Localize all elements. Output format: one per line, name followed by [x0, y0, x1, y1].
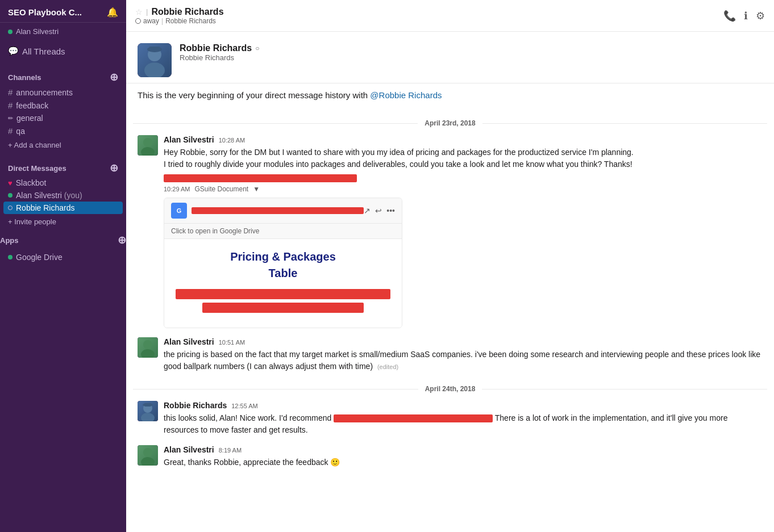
main-header: ☆ | Robbie Richards away | Robbie Richar…	[126, 0, 774, 32]
message-author-2[interactable]: Alan Silvestri	[164, 337, 214, 346]
avatar-svg	[138, 43, 172, 77]
channel-name: general	[16, 114, 43, 123]
header-channel-name[interactable]: Robbie Richards	[151, 7, 223, 17]
header-divider2: |	[161, 17, 163, 25]
sidebar-item-general[interactable]: ✏ general	[0, 112, 126, 124]
message-time: 10:28 AM	[219, 137, 245, 144]
sidebar-item-announcements[interactable]: # announcements	[0, 86, 126, 99]
apps-section-header: Apps ⊕	[0, 229, 126, 251]
message-text-2: the pricing is based on the fact that my…	[164, 349, 763, 372]
message-group: Alan Silvestri 10:28 AM Hey Robbie, sorr…	[126, 131, 774, 187]
message-avatar	[138, 135, 158, 156]
message-author-4[interactable]: Alan Silvestri	[164, 445, 214, 454]
message-group-2: Alan Silvestri 10:51 AM the pricing is b…	[126, 333, 774, 377]
avatar-image	[138, 43, 172, 77]
attachment-dropdown-arrow[interactable]: ▼	[253, 185, 260, 193]
attachment-avatar-spacer	[138, 185, 158, 328]
workspace-name[interactable]: SEO Playbook C...	[8, 7, 82, 17]
intro-status-icon: ○	[255, 44, 259, 52]
message-text-content-4: Great, thanks Robbie, appreciate the fee…	[164, 458, 340, 467]
sidebar-item-qa[interactable]: # qa	[0, 124, 126, 137]
add-channel-icon[interactable]: ⊕	[110, 71, 118, 83]
avatar-image	[138, 401, 158, 421]
message-time-4: 8:19 AM	[219, 447, 242, 454]
add-dm-icon[interactable]: ⊕	[110, 162, 118, 174]
channel-name: feedback	[16, 101, 48, 110]
add-channel-button[interactable]: + Add a channel	[0, 137, 126, 153]
slackbot-heart-icon: ♥	[8, 179, 13, 187]
alan-avatar-svg3	[138, 445, 158, 466]
message-header-3: Robbie Richards 12:55 AM	[164, 401, 763, 410]
table-row-1	[176, 289, 390, 299]
message-text-content-2: the pricing is based on the fact that my…	[164, 350, 760, 371]
table-row-2	[202, 303, 364, 313]
external-link-icon[interactable]: ↗	[364, 206, 371, 215]
avatar-image	[138, 445, 158, 466]
intro-avatar	[138, 43, 172, 77]
message-content: Alan Silvestri 10:28 AM Hey Robbie, sorr…	[164, 135, 763, 183]
message-header-4: Alan Silvestri 8:19 AM	[164, 445, 763, 454]
redacted-url	[164, 174, 357, 182]
channel-name: qa	[16, 127, 25, 136]
intro-name-row: Robbie Richards ○	[180, 43, 259, 53]
invite-people-label: + Invite people	[8, 217, 56, 226]
svg-point-6	[143, 340, 152, 349]
header-star-icon[interactable]: ☆	[135, 7, 143, 16]
attachment-content: 10:29 AM GSuite Document ▼ G ↗ ↩	[164, 185, 763, 328]
date-label: April 23rd, 2018	[425, 119, 475, 127]
message-header: Alan Silvestri 10:28 AM	[164, 135, 763, 144]
phone-icon[interactable]: 📞	[723, 10, 736, 22]
gsuite-attachment: G ↗ ↩ ••• Click to open in Google Drive	[164, 198, 402, 328]
message-text-line1: Hey Robbie, sorry for the DM but I wante…	[164, 148, 634, 157]
channels-section-header: Channels ⊕	[0, 62, 126, 86]
message-author[interactable]: Alan Silvestri	[164, 135, 214, 144]
intro-user-name: Robbie Richards	[180, 43, 252, 53]
main-area: ☆ | Robbie Richards away | Robbie Richar…	[126, 0, 774, 532]
intro-sub-name: Robbie Richards	[180, 53, 259, 62]
svg-point-12	[143, 448, 152, 457]
message-text-4: Great, thanks Robbie, appreciate the fee…	[164, 456, 763, 468]
user-name-label[interactable]: Alan Silvestri	[16, 27, 59, 36]
preview-title-line1: Pricing & Packages	[176, 250, 390, 263]
all-threads-label: All Threads	[22, 47, 65, 56]
message-text: Hey Robbie, sorry for the DM but I wante…	[164, 146, 763, 158]
dm-label: Direct Messages	[8, 164, 66, 173]
dm-item-slackbot[interactable]: ♥ Slackbot	[0, 177, 126, 189]
gear-icon[interactable]: ⚙	[756, 10, 765, 22]
invite-people-button[interactable]: + Invite people	[0, 214, 126, 229]
message-time-2: 10:51 AM	[219, 339, 245, 346]
sidebar-item-all-threads[interactable]: 💬 All Threads	[0, 40, 126, 62]
message-text-line2: I tried to roughly divide your modules i…	[164, 158, 763, 170]
open-in-drive-text[interactable]: Click to open in Google Drive	[171, 227, 259, 235]
svg-rect-3	[149, 47, 160, 51]
intro-section: Robbie Richards ○ Robbie Richards	[126, 32, 774, 83]
message-author-3[interactable]: Robbie Richards	[164, 401, 227, 410]
message-redacted-link	[164, 173, 763, 183]
header-breadcrumb: Robbie Richards	[165, 17, 216, 25]
intro-info: Robbie Richards ○ Robbie Richards	[180, 43, 259, 62]
away-icon	[135, 18, 141, 24]
dm-item-alan[interactable]: Alan Silvestri (you)	[0, 189, 126, 202]
add-app-icon[interactable]: ⊕	[118, 234, 126, 246]
more-doc-icon[interactable]: •••	[386, 206, 395, 215]
notification-icon[interactable]: 🔔	[107, 7, 118, 18]
message-group-4: Alan Silvestri 8:19 AM Great, thanks Rob…	[126, 441, 774, 473]
svg-point-13	[141, 457, 155, 466]
svg-point-1	[144, 62, 165, 77]
add-channel-label: + Add a channel	[8, 141, 61, 149]
dm-status-dot	[8, 193, 13, 198]
sidebar-item-feedback[interactable]: # feedback	[0, 99, 126, 112]
dm-item-robbie[interactable]: Robbie Richards	[3, 202, 123, 214]
alan-avatar-svg	[138, 135, 158, 156]
app-name: Google Drive	[16, 253, 63, 262]
gsuite-preview: Pricing & Packages Table	[164, 239, 402, 328]
intro-mention[interactable]: @Robbie Richards	[370, 90, 442, 100]
attachment-time: 10:29 AM	[164, 186, 190, 192]
forward-doc-icon[interactable]: ↩	[375, 206, 382, 215]
open-in-drive-row: Click to open in Google Drive	[164, 224, 402, 239]
info-icon[interactable]: ℹ	[744, 10, 748, 22]
sidebar: SEO Playbook C... 🔔 Alan Silvestri 💬 All…	[0, 0, 126, 532]
doc-title-redacted	[192, 207, 364, 214]
user-status: Alan Silvestri	[0, 23, 126, 40]
app-item-google-drive[interactable]: Google Drive	[0, 251, 126, 263]
